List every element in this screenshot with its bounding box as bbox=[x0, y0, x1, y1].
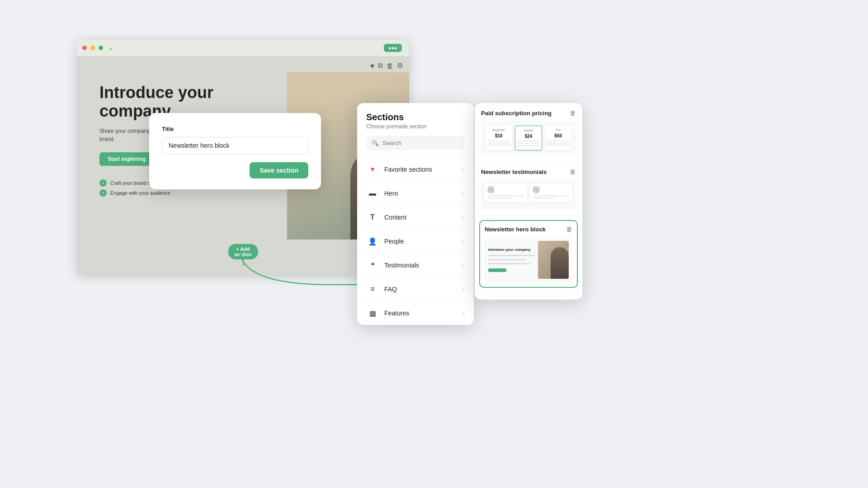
section-item-left-content: T Content bbox=[366, 211, 406, 224]
hero-thumb-person bbox=[551, 247, 569, 279]
chevron-right-faq: › bbox=[463, 286, 465, 293]
testimonials-trash-icon[interactable]: 🗑 bbox=[570, 168, 576, 175]
hero-thumb-line-3 bbox=[488, 263, 531, 264]
hero-thumb-heading: Introduce your company bbox=[488, 248, 535, 252]
newsletter-hero-card-header: Newsletter hero block 🗑 bbox=[485, 225, 572, 233]
chevron-right-features: › bbox=[463, 310, 465, 317]
pricing-col-pro: Pro $50 bbox=[545, 126, 571, 150]
sections-panel-subtitle: Choose premade section bbox=[366, 123, 465, 130]
pricing-thumbnail: Beginner $10 Starter $24 Pro $50 bbox=[481, 121, 576, 155]
newsletter-hero-trash-icon[interactable]: 🗑 bbox=[566, 225, 572, 233]
hero-thumb-line-2 bbox=[488, 259, 526, 260]
pricing-trash-icon[interactable]: 🗑 bbox=[570, 109, 576, 117]
sidebar-item-people[interactable]: 👤 People › bbox=[357, 229, 474, 253]
test-line-2a bbox=[533, 195, 570, 197]
section-label-testimonials: Testimonials bbox=[384, 262, 419, 269]
preview-panel: Paid subscription pricing 🗑 Beginner $10… bbox=[475, 103, 582, 300]
section-title-input[interactable] bbox=[162, 137, 308, 154]
pricing-amount-2: $24 bbox=[517, 134, 540, 139]
testimonials-card-title: Newsletter testimonials bbox=[481, 169, 547, 175]
newsletter-hero-thumbnail: Introduce your company bbox=[485, 237, 572, 282]
save-section-modal: Title Save section bbox=[149, 113, 321, 189]
chevron-right-content: › bbox=[463, 214, 465, 221]
section-label-faq: FAQ bbox=[384, 286, 397, 293]
check-icon-2: ✓ bbox=[99, 189, 107, 197]
check-label-2: Engage with your audience bbox=[110, 190, 170, 196]
section-item-left-people: 👤 People bbox=[366, 235, 404, 248]
pricing-amount-3: $50 bbox=[547, 133, 570, 138]
sections-panel: Sections Choose premade section 🔍 ♥ Favo… bbox=[357, 103, 474, 325]
pricing-line-1a bbox=[487, 140, 510, 141]
hero-thumb-right bbox=[538, 241, 569, 279]
test-box-2 bbox=[530, 183, 572, 202]
modal-title-label: Title bbox=[162, 126, 308, 132]
chevron-right-hero: › bbox=[463, 190, 465, 197]
sidebar-item-content[interactable]: T Content › bbox=[357, 205, 474, 229]
chevron-right-favorite: › bbox=[463, 166, 465, 173]
add-section-button[interactable]: + Add section bbox=[228, 244, 258, 259]
preview-chevron-icon: ⌄ bbox=[108, 45, 113, 51]
dot-yellow bbox=[90, 46, 95, 50]
pricing-preview-card: Paid subscription pricing 🗑 Beginner $10… bbox=[475, 103, 582, 162]
faq-icon: ≡ bbox=[366, 283, 379, 296]
hero-thumb-left: Introduce your company bbox=[488, 241, 535, 279]
test-line-1b bbox=[487, 197, 513, 199]
check-icon-1: ✓ bbox=[99, 179, 107, 187]
preview-topbar-btn[interactable]: ●●● bbox=[384, 44, 402, 52]
pricing-line-3a bbox=[547, 140, 570, 141]
content-icon: T bbox=[366, 211, 379, 224]
testimonials-card-header: Newsletter testimonials 🗑 bbox=[481, 168, 576, 175]
test-avatar-1 bbox=[487, 186, 495, 193]
dot-green bbox=[99, 46, 103, 50]
people-icon: 👤 bbox=[366, 235, 379, 248]
section-item-left-favorite: ♥ Favorite sections bbox=[366, 163, 432, 176]
search-icon: 🔍 bbox=[372, 140, 379, 146]
section-label-features: Features bbox=[384, 310, 409, 317]
pricing-line-3c bbox=[547, 145, 570, 146]
sections-panel-title: Sections bbox=[366, 112, 465, 122]
pricing-col-starter: Starter $24 bbox=[515, 126, 542, 150]
sections-search-bar[interactable]: 🔍 bbox=[366, 136, 465, 150]
save-section-button[interactable]: Save section bbox=[250, 162, 308, 178]
test-avatar-2 bbox=[533, 186, 540, 193]
section-item-left-features: ▩ Features bbox=[366, 307, 409, 319]
hero-thumb-cta bbox=[488, 268, 506, 272]
section-item-left-hero: ▬ Hero bbox=[366, 187, 398, 200]
test-line-2b bbox=[533, 197, 555, 199]
test-row-1 bbox=[485, 183, 572, 202]
pricing-line-1b bbox=[487, 142, 510, 144]
pricing-line-1c bbox=[487, 145, 510, 146]
pricing-card-title: Paid subscription pricing bbox=[481, 110, 552, 117]
test-box-1 bbox=[485, 183, 527, 202]
pricing-line-3b bbox=[547, 142, 570, 144]
section-item-left-testimonials: ❝ Testimonials bbox=[366, 259, 419, 272]
newsletter-hero-preview-card: Newsletter hero block 🗑 Introduce your c… bbox=[479, 220, 578, 288]
hero-icon: ▬ bbox=[366, 187, 379, 200]
chevron-right-people: › bbox=[463, 238, 465, 245]
test-line-1a bbox=[487, 195, 524, 197]
newsletter-hero-card-title: Newsletter hero block bbox=[485, 226, 546, 233]
pricing-line-2b bbox=[517, 143, 540, 144]
sidebar-item-faq[interactable]: ≡ FAQ › bbox=[357, 277, 474, 301]
section-label-content: Content bbox=[384, 214, 406, 221]
pricing-line-2c bbox=[517, 145, 540, 146]
testimonials-preview-card: Newsletter testimonials 🗑 bbox=[475, 162, 582, 216]
chevron-right-testimonials: › bbox=[463, 262, 465, 269]
sidebar-item-testimonials[interactable]: ❝ Testimonials › bbox=[357, 253, 474, 277]
dot-red bbox=[82, 46, 87, 50]
sidebar-item-features[interactable]: ▩ Features › bbox=[357, 301, 474, 325]
hero-thumb-line-1 bbox=[488, 255, 535, 256]
preview-cta-button[interactable]: Start exploring bbox=[99, 152, 154, 166]
sections-header: Sections Choose premade section 🔍 bbox=[357, 103, 474, 157]
sidebar-item-favorite[interactable]: ♥ Favorite sections › bbox=[357, 157, 474, 181]
section-label-favorite: Favorite sections bbox=[384, 166, 432, 173]
preview-topbar: ⌄ ●●● bbox=[77, 40, 409, 56]
testimonials-thumbnail bbox=[481, 180, 576, 209]
sections-search-input[interactable] bbox=[382, 140, 459, 146]
pricing-card-header: Paid subscription pricing 🗑 bbox=[481, 109, 576, 117]
sidebar-item-hero[interactable]: ▬ Hero › bbox=[357, 181, 474, 205]
features-icon: ▩ bbox=[366, 307, 379, 319]
add-section-area: + Add section bbox=[243, 252, 244, 266]
testimonials-icon: ❝ bbox=[366, 259, 379, 272]
pricing-col-beginner: Beginner $10 bbox=[486, 126, 512, 150]
